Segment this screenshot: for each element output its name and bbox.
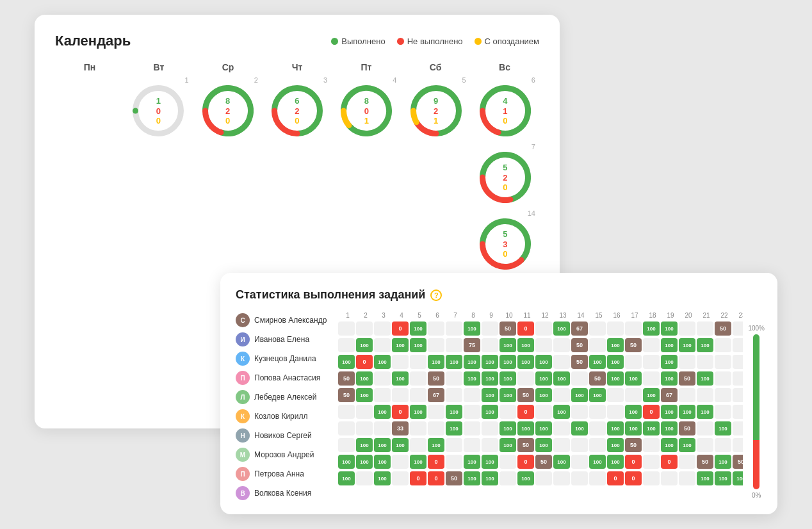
stats-cell[interactable]: [679, 321, 695, 336]
stats-cell[interactable]: [607, 321, 624, 336]
stats-cell[interactable]: 100: [374, 405, 391, 419]
stats-cell[interactable]: [374, 321, 391, 336]
stats-cell[interactable]: 100: [428, 355, 444, 369]
stats-cell[interactable]: [715, 338, 731, 352]
stats-cell[interactable]: [446, 338, 462, 352]
stats-cell[interactable]: 0: [517, 455, 534, 469]
stats-cell[interactable]: 50: [517, 388, 534, 402]
stats-cell[interactable]: [428, 405, 444, 419]
stats-cell[interactable]: [733, 321, 743, 336]
stats-cell[interactable]: 100: [499, 371, 516, 386]
stats-cell[interactable]: 0: [428, 455, 444, 469]
stats-cell[interactable]: 100: [535, 388, 552, 402]
stats-cell[interactable]: [482, 421, 498, 435]
stats-cell[interactable]: [446, 455, 462, 469]
stats-cell[interactable]: 100: [464, 371, 480, 386]
stats-cell[interactable]: [697, 355, 713, 369]
stats-cell[interactable]: [410, 371, 426, 386]
stats-cell[interactable]: [356, 421, 373, 435]
stats-cell[interactable]: [733, 371, 743, 386]
stats-cell[interactable]: 100: [661, 438, 678, 452]
stats-cell[interactable]: [679, 471, 695, 485]
stats-cell[interactable]: [571, 471, 588, 485]
stats-cell[interactable]: 100: [499, 338, 516, 352]
stats-cell[interactable]: [733, 421, 743, 435]
stats-cell[interactable]: [428, 421, 444, 435]
stats-cell[interactable]: [643, 338, 660, 352]
stats-cell[interactable]: [715, 355, 731, 369]
stats-cell[interactable]: [535, 321, 552, 336]
stats-cell[interactable]: [589, 405, 606, 419]
stats-cell[interactable]: 100: [643, 388, 660, 402]
stats-cell[interactable]: 100: [482, 471, 498, 485]
stats-cell[interactable]: [482, 438, 498, 452]
stats-cell[interactable]: 0: [625, 455, 642, 469]
stats-cell[interactable]: [374, 421, 391, 435]
stats-cell[interactable]: 100: [446, 355, 462, 369]
stats-cell[interactable]: 100: [697, 371, 713, 386]
stats-cell[interactable]: 100: [607, 438, 624, 452]
stats-cell[interactable]: 100: [374, 455, 391, 469]
stats-cell[interactable]: 100: [464, 455, 480, 469]
stats-cell[interactable]: 100: [535, 355, 552, 369]
stats-cell[interactable]: [338, 321, 355, 336]
stats-cell[interactable]: [499, 405, 516, 419]
stats-cell[interactable]: 50: [625, 438, 642, 452]
stats-cell[interactable]: 100: [715, 471, 731, 485]
stats-cell[interactable]: [715, 371, 731, 386]
stats-cell[interactable]: 100: [482, 355, 498, 369]
stats-cell[interactable]: 50: [428, 371, 444, 386]
stats-cell[interactable]: 100: [517, 355, 534, 369]
stats-cell[interactable]: 50: [679, 371, 695, 386]
stats-cell[interactable]: [661, 471, 678, 485]
stats-cell[interactable]: [589, 421, 606, 435]
stats-cell[interactable]: [535, 338, 552, 352]
stats-cell[interactable]: 100: [733, 471, 743, 485]
stats-cell[interactable]: 50: [697, 455, 713, 469]
stats-cell[interactable]: [733, 388, 743, 402]
stats-cell[interactable]: 67: [661, 388, 678, 402]
stats-cell[interactable]: 50: [499, 321, 516, 336]
stats-cell[interactable]: [571, 371, 588, 386]
day-cell[interactable]: 4801: [332, 75, 400, 138]
stats-cell[interactable]: [338, 405, 355, 419]
stats-cell[interactable]: 100: [446, 405, 462, 419]
stats-cell[interactable]: 100: [697, 471, 713, 485]
stats-cell[interactable]: 100: [643, 321, 660, 336]
day-cell[interactable]: 3620: [263, 75, 331, 138]
stats-cell[interactable]: [679, 388, 695, 402]
stats-cell[interactable]: [517, 371, 534, 386]
stats-cell[interactable]: 100: [643, 421, 660, 435]
stats-cell[interactable]: 100: [697, 405, 713, 419]
stats-cell[interactable]: 100: [392, 338, 409, 352]
stats-cell[interactable]: [625, 321, 642, 336]
stats-cell[interactable]: [643, 471, 660, 485]
stats-cell[interactable]: [499, 455, 516, 469]
stats-cell[interactable]: 100: [661, 421, 678, 435]
stats-cell[interactable]: 0: [661, 455, 678, 469]
stats-cell[interactable]: 67: [428, 388, 444, 402]
stats-cell[interactable]: [535, 471, 552, 485]
stats-cell[interactable]: 50: [571, 355, 588, 369]
stats-cell[interactable]: 100: [607, 421, 624, 435]
stats-cell[interactable]: [464, 388, 480, 402]
stats-cell[interactable]: [571, 405, 588, 419]
day-cell[interactable]: 14530: [471, 208, 539, 271]
stats-cell[interactable]: 0: [356, 355, 373, 369]
stats-cell[interactable]: [733, 405, 743, 419]
stats-cell[interactable]: 50: [589, 371, 606, 386]
stats-cell[interactable]: 100: [661, 338, 678, 352]
stats-cell[interactable]: 100: [338, 471, 355, 485]
stats-cell[interactable]: 100: [482, 371, 498, 386]
stats-cell[interactable]: 100: [661, 321, 678, 336]
stats-cell[interactable]: 100: [410, 321, 426, 336]
stats-cell[interactable]: [643, 438, 660, 452]
stats-cell[interactable]: [410, 355, 426, 369]
stats-cell[interactable]: 100: [338, 355, 355, 369]
stats-cell[interactable]: [553, 355, 570, 369]
stats-cell[interactable]: 100: [697, 338, 713, 352]
stats-cell[interactable]: [553, 421, 570, 435]
stats-cell[interactable]: 100: [482, 388, 498, 402]
stats-cell[interactable]: 0: [607, 471, 624, 485]
stats-cell[interactable]: 33: [392, 421, 409, 435]
